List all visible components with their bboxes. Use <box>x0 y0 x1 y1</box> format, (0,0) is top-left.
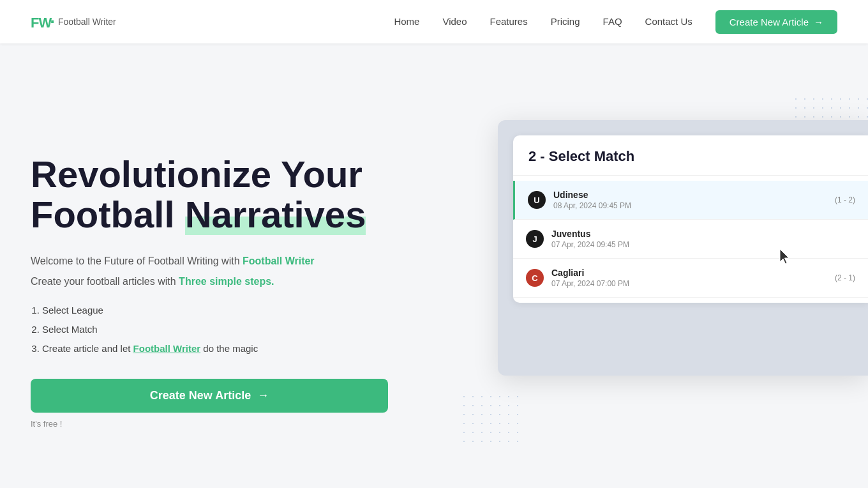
nav-links: Home Video Features Pricing FAQ Contact … <box>394 10 837 34</box>
logo-fw-text: FW <box>31 15 51 31</box>
team-logo-juventus: J <box>526 230 544 248</box>
hero-section: Revolutionize Your Football Narratives W… <box>0 43 868 488</box>
hero-free-label: It's free ! <box>31 419 473 429</box>
team-name-udinese: Udinese <box>553 190 827 200</box>
hero-subtitle1-text: Welcome to the Future of Football Writin… <box>31 255 243 266</box>
hero-subtitle1-link[interactable]: Football Writer <box>243 255 315 266</box>
team-name-juventus: Juventus <box>551 229 848 239</box>
team-name-cagliari: Cagliari <box>551 268 827 278</box>
hero-title-line1: Revolutionize Your <box>31 153 363 195</box>
hero-subtitle2-text: Create your football articles with <box>31 276 179 287</box>
logo-mark: FW· <box>31 13 54 31</box>
nav-cta-arrow: → <box>814 17 823 27</box>
match-info-udinese: Udinese 08 Apr, 2024 09:45 PM <box>553 190 827 210</box>
hero-step-1: Select League <box>42 301 473 320</box>
hero-step-3-text-post: do the magic <box>200 343 258 354</box>
match-row-cagliari[interactable]: C Cagliari 07 Apr, 2024 07:00 PM (2 - 1) <box>513 259 868 298</box>
nav-cta-label: Create New Article <box>730 17 809 27</box>
match-info-juventus: Juventus 07 Apr, 2024 09:45 PM <box>551 229 848 249</box>
hero-step-3: Create article and let Football Writer d… <box>42 339 473 358</box>
match-score-udinese: (1 - 2) <box>835 195 855 204</box>
hero-step-3-text-pre: Create article and let <box>42 343 133 354</box>
hero-subtitle1: Welcome to the Future of Football Writin… <box>31 253 473 270</box>
hero-cta-arrow: → <box>257 389 269 402</box>
team-logo-udinese: U <box>528 191 546 209</box>
app-header: 2 - Select Match <box>513 135 868 176</box>
match-row-juventus[interactable]: J Juventus 07 Apr, 2024 09:45 PM <box>513 220 868 259</box>
hero-subtitle2: Create your football articles with Three… <box>31 273 473 290</box>
match-row-udinese[interactable]: U Udinese 08 Apr, 2024 09:45 PM (1 - 2) <box>513 181 868 220</box>
hero-cta-button[interactable]: Create New Article → <box>31 379 388 413</box>
app-matches-list: U Udinese 08 Apr, 2024 09:45 PM (1 - 2) … <box>513 176 868 303</box>
match-date-juventus: 07 Apr, 2024 09:45 PM <box>551 240 848 249</box>
logo-text: Football Writer <box>58 17 116 27</box>
hero-title-line2-start: Football <box>31 194 175 235</box>
nav-features[interactable]: Features <box>490 16 528 27</box>
match-info-cagliari: Cagliari 07 Apr, 2024 07:00 PM <box>551 268 827 288</box>
hero-subtitle2-link[interactable]: Three simple steps. <box>179 276 274 287</box>
nav-contact[interactable]: Contact Us <box>645 16 692 27</box>
hero-step-3-link[interactable]: Football Writer <box>133 343 201 354</box>
dots-decoration-bottom <box>460 392 523 450</box>
app-step-title: 2 - Select Match <box>528 148 853 165</box>
match-score-cagliari: (2 - 1) <box>835 273 855 282</box>
app-inner: 2 - Select Match U Udinese 08 Apr, 2024 … <box>513 135 868 303</box>
hero-title-highlight: Narratives <box>185 194 366 235</box>
nav-faq[interactable]: FAQ <box>603 16 622 27</box>
navbar: FW· Football Writer Home Video Features … <box>0 0 868 43</box>
team-logo-cagliari: C <box>526 269 544 287</box>
match-date-udinese: 08 Apr, 2024 09:45 PM <box>553 201 827 210</box>
nav-home[interactable]: Home <box>394 16 419 27</box>
hero-title: Revolutionize Your Football Narratives <box>31 154 473 236</box>
hero-cta-label: Create New Article <box>150 389 251 402</box>
app-preview-panel: 2 - Select Match U Udinese 08 Apr, 2024 … <box>498 120 868 376</box>
logo[interactable]: FW· Football Writer <box>31 13 116 31</box>
match-date-cagliari: 07 Apr, 2024 07:00 PM <box>551 279 827 288</box>
hero-content: Revolutionize Your Football Narratives W… <box>31 141 498 429</box>
nav-cta-button[interactable]: Create New Article → <box>715 10 837 34</box>
hero-step-2: Select Match <box>42 320 473 339</box>
hero-steps-list: Select League Select Match Create articl… <box>42 301 473 358</box>
nav-video[interactable]: Video <box>442 16 467 27</box>
nav-pricing[interactable]: Pricing <box>551 16 580 27</box>
